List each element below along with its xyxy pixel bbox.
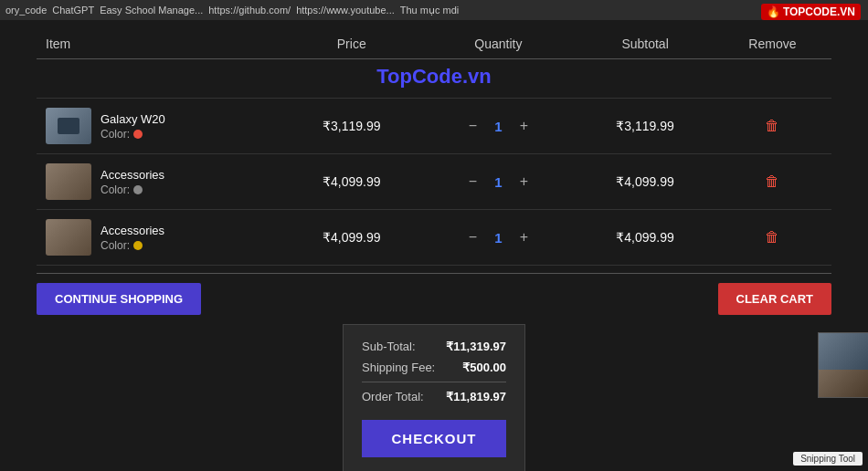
thumb-img-1 bbox=[819, 333, 868, 370]
shipping-value: ₹500.00 bbox=[462, 361, 506, 374]
qty-cell-3: − 1 + bbox=[419, 210, 577, 266]
price-cell-3: ₹4,099.99 bbox=[283, 210, 419, 266]
total-row: Order Total: ₹11,819.97 bbox=[362, 390, 506, 403]
remove-cell-2: 🗑 bbox=[714, 154, 831, 210]
table-row: Accessories Color: ₹4,099.99 − 1 + bbox=[37, 154, 831, 210]
table-header-row: Item Price Quantity Subtotal Remove bbox=[37, 29, 831, 59]
qty-control-2: − 1 + bbox=[429, 173, 567, 190]
col-remove: Remove bbox=[714, 29, 831, 59]
total-label: Order Total: bbox=[362, 390, 424, 403]
subtotal-cell-3: ₹4,099.99 bbox=[577, 210, 713, 266]
shipping-row: Shipping Fee: ₹500.00 bbox=[362, 361, 506, 374]
topcode-logo: 🔥 TOPCODE.VN bbox=[761, 4, 861, 20]
qty-control-3: − 1 + bbox=[429, 229, 567, 246]
qty-increase-3[interactable]: + bbox=[514, 229, 533, 246]
item-name-3: Accessories bbox=[101, 224, 164, 237]
table-divider bbox=[37, 273, 831, 274]
clear-cart-button[interactable]: CLEAR CART bbox=[718, 283, 832, 315]
price-cell-2: ₹4,099.99 bbox=[283, 154, 419, 210]
item-details-2: Accessories Color: bbox=[101, 168, 164, 196]
qty-control-1: − 1 + bbox=[429, 118, 567, 134]
item-info-1: Galaxy W20 Color: bbox=[46, 108, 274, 144]
item-cell-3: Accessories Color: bbox=[37, 210, 283, 266]
item-color-1: Color: bbox=[101, 128, 165, 141]
checkout-button[interactable]: CHECKOUT bbox=[362, 420, 506, 457]
subtotal-label: Sub-Total: bbox=[362, 340, 416, 353]
qty-value-1: 1 bbox=[489, 119, 507, 134]
qty-value-3: 1 bbox=[489, 230, 507, 246]
action-row: CONTINUE SHOPPING CLEAR CART bbox=[37, 283, 831, 315]
item-info-3: Accessories Color: bbox=[46, 219, 274, 256]
item-details-1: Galaxy W20 Color: bbox=[101, 112, 165, 141]
qty-cell-1: − 1 + bbox=[419, 99, 577, 154]
color-dot-red-1 bbox=[133, 130, 143, 139]
item-name-1: Galaxy W20 bbox=[101, 112, 165, 126]
subtotal-value: ₹11,319.97 bbox=[446, 340, 506, 353]
tab-5[interactable]: https://www.youtube... bbox=[296, 5, 395, 16]
remove-cell-3: 🗑 bbox=[714, 210, 831, 266]
col-quantity: Quantity bbox=[419, 29, 577, 59]
qty-cell-2: − 1 + bbox=[419, 154, 577, 210]
watermark: TopCode.vn bbox=[37, 61, 831, 94]
item-details-3: Accessories Color: bbox=[101, 224, 164, 252]
qty-decrease-1[interactable]: − bbox=[463, 118, 482, 134]
qty-decrease-3[interactable]: − bbox=[463, 229, 482, 246]
tab-1[interactable]: ory_code bbox=[5, 5, 47, 16]
total-value: ₹11,819.97 bbox=[446, 390, 506, 403]
order-summary: Sub-Total: ₹11,319.97 Shipping Fee: ₹500… bbox=[343, 324, 525, 471]
price-cell-1: ₹3,119.99 bbox=[283, 99, 419, 154]
subtotal-cell-1: ₹3,119.99 bbox=[577, 99, 713, 154]
logo-text: TOPCODE.VN bbox=[783, 5, 855, 18]
delete-btn-3[interactable]: 🗑 bbox=[765, 229, 779, 246]
tab-2[interactable]: ChatGPT bbox=[52, 5, 94, 16]
item-image-3 bbox=[46, 219, 91, 256]
remove-cell-1: 🗑 bbox=[714, 99, 831, 154]
tab-3[interactable]: Easy School Manage... bbox=[100, 5, 203, 16]
qty-decrease-2[interactable]: − bbox=[463, 173, 482, 190]
item-cell-1: Galaxy W20 Color: bbox=[37, 99, 283, 154]
continue-shopping-button[interactable]: CONTINUE SHOPPING bbox=[37, 283, 201, 315]
table-row: Accessories Color: ₹4,099.99 − 1 + bbox=[37, 210, 831, 266]
item-info-2: Accessories Color: bbox=[46, 163, 274, 200]
subtotal-cell-2: ₹4,099.99 bbox=[577, 154, 713, 210]
table-row: Galaxy W20 Color: ₹3,119.99 − 1 + bbox=[37, 99, 831, 154]
item-name-2: Accessories bbox=[101, 168, 164, 182]
color-dot-yellow-3 bbox=[133, 241, 143, 250]
item-image-1 bbox=[46, 108, 91, 144]
col-price: Price bbox=[283, 29, 419, 59]
main-content: Item Price Quantity Subtotal Remove TopC… bbox=[0, 20, 868, 471]
cart-table: Item Price Quantity Subtotal Remove TopC… bbox=[37, 29, 831, 266]
subtotal-row: Sub-Total: ₹11,319.97 bbox=[362, 340, 506, 353]
product-thumbnails bbox=[818, 332, 868, 398]
qty-increase-2[interactable]: + bbox=[514, 173, 533, 190]
tab-4[interactable]: https://github.com/ bbox=[208, 5, 291, 16]
watermark-row: TopCode.vn bbox=[37, 59, 831, 99]
item-cell-2: Accessories Color: bbox=[37, 154, 283, 210]
item-image-2 bbox=[46, 163, 91, 200]
thumb-img-2 bbox=[819, 370, 868, 397]
item-color-3: Color: bbox=[101, 239, 164, 252]
tab-6[interactable]: Thu mục mdi bbox=[400, 5, 459, 16]
col-item: Item bbox=[37, 29, 283, 59]
color-dot-gray-2 bbox=[133, 185, 143, 194]
browser-bar: ory_code ChatGPT Easy School Manage... h… bbox=[0, 0, 868, 20]
logo-icon: 🔥 bbox=[767, 5, 780, 18]
col-subtotal: Subtotal bbox=[577, 29, 713, 59]
delete-btn-2[interactable]: 🗑 bbox=[765, 173, 779, 190]
qty-value-2: 1 bbox=[489, 174, 507, 190]
delete-btn-1[interactable]: 🗑 bbox=[765, 118, 779, 134]
qty-increase-1[interactable]: + bbox=[514, 118, 533, 134]
shipping-label: Shipping Fee: bbox=[362, 361, 435, 374]
summary-divider bbox=[362, 382, 506, 382]
snipping-tool-badge: Snipping Tool bbox=[793, 452, 863, 466]
item-color-2: Color: bbox=[101, 183, 164, 196]
